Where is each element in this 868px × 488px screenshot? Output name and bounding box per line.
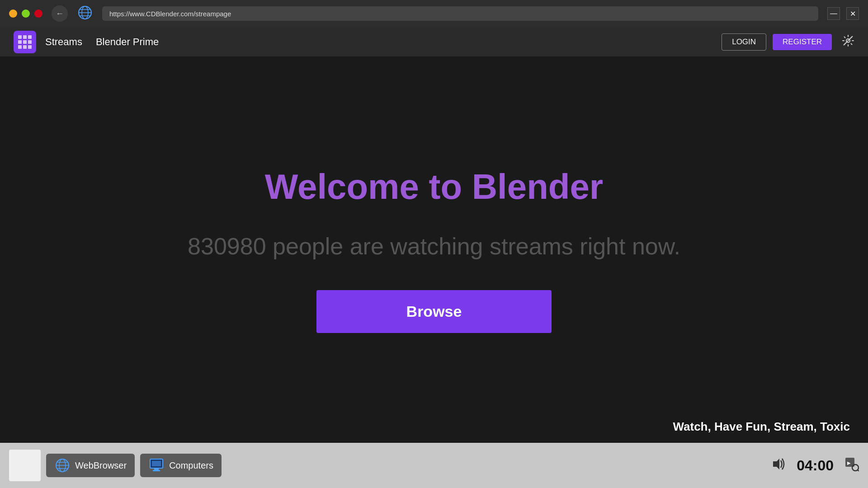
svg-rect-13 [152,461,161,466]
browse-button[interactable]: Browse [316,290,552,333]
taskbar-blank-item [9,450,41,481]
svg-rect-14 [154,468,159,470]
volume-icon[interactable] [769,456,786,475]
minimize-dot[interactable] [9,9,17,18]
window-close-button[interactable]: ✕ [846,7,859,20]
login-button[interactable]: LOGIN [722,33,766,51]
site-navbar: Streams Blender Prime LOGIN REGISTER [0,27,868,56]
close-dot[interactable] [34,9,42,18]
taskbar-computers-label: Computers [169,460,213,471]
taskbar-computers[interactable]: Computers [140,454,222,477]
taskbar-search-icon[interactable]: ▶ [844,457,859,474]
register-button[interactable]: REGISTER [773,34,832,50]
nav-links: Streams Blender Prime [45,36,722,48]
tagline: Watch, Have Fun, Stream, Toxic [673,420,850,434]
back-button[interactable]: ← [52,5,68,22]
window-chrome: ← https://www.CDBlender.com/streampage —… [0,0,868,27]
browser-content: Streams Blender Prime LOGIN REGISTER Wel… [0,27,868,443]
nav-blender-prime[interactable]: Blender Prime [96,36,159,48]
svg-line-20 [858,470,859,471]
svg-point-19 [852,465,859,471]
svg-marker-16 [773,459,779,469]
taskbar: WebBrowser Computers 04:00 ▶ [0,443,868,488]
traffic-lights [9,9,42,18]
hero-section: Welcome to Blender 830980 people are wat… [0,56,868,443]
maximize-dot[interactable] [22,9,30,18]
globe-icon [77,5,93,23]
site-logo [14,31,36,53]
taskbar-webbrowser[interactable]: WebBrowser [46,454,135,477]
nav-right: LOGIN REGISTER [722,33,854,51]
svg-text:▶: ▶ [847,460,851,465]
hero-title: Welcome to Blender [265,166,603,207]
hero-subtitle: 830980 people are watching streams right… [188,230,680,263]
clock-display: 04:00 [797,457,834,474]
nav-streams[interactable]: Streams [45,36,82,48]
svg-rect-15 [153,470,160,471]
settings-icon[interactable] [842,34,854,50]
taskbar-webbrowser-label: WebBrowser [75,460,127,471]
window-minimize-button[interactable]: — [827,7,840,20]
url-bar[interactable]: https://www.CDBlender.com/streampage [102,6,818,21]
taskbar-right: 04:00 ▶ [769,456,859,475]
window-controls: — ✕ [827,7,859,20]
